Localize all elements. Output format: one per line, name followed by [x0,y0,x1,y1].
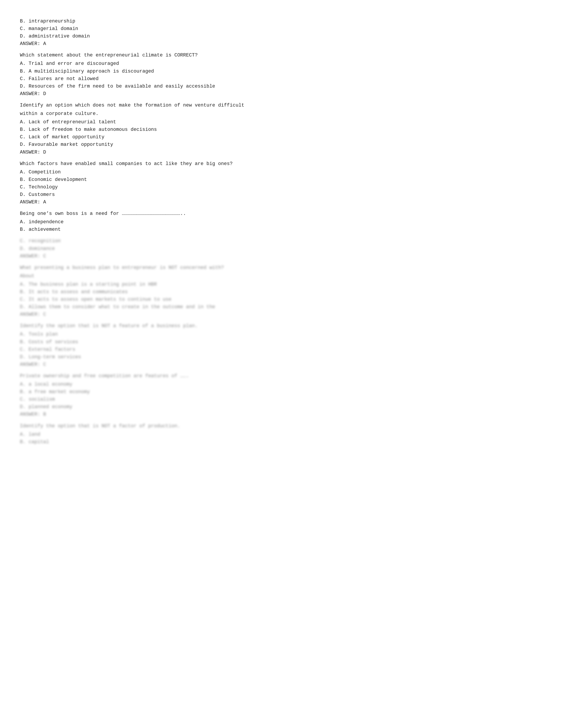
question-text-cont: About [20,272,543,280]
section-blurred-3: Identify the option that is NOT a featur… [20,322,543,368]
option-c: C. socialism [20,396,543,403]
page-content: B. intrapreneurship C. managerial domain… [20,18,543,446]
option-d: D. Long-term services [20,353,543,361]
option-a: A. Lack of entrepreneurial talent [20,118,543,126]
option-d: D. administrative domain [20,33,543,40]
option-c: C. Failures are not allowed [20,75,543,83]
option-d: D. dominance [20,245,543,253]
option-c: C. External factors [20,346,543,353]
question-text-cont: within a corporate culture. [20,110,543,118]
option-a: A. Trial and error are discouraged [20,60,543,68]
option-b: B. achievement [20,226,543,233]
option-b: B. a free market economy [20,388,543,396]
option-d: D. Favourable market opportunity [20,141,543,148]
question-text: Identify the option that is NOT a featur… [20,322,543,330]
option-b: B. Economic development [20,176,543,184]
option-c: C. recognition [20,237,543,245]
option-b: B. Costs of services [20,338,543,346]
section-blurred-1: C. recognition D. dominance ANSWER: C [20,237,543,260]
answer: ANSWER: A [20,40,543,48]
question-text: Which factors have enabled small compani… [20,160,543,168]
option-a: A. Competition [20,169,543,176]
question-text: What presenting a business plan to entre… [20,264,543,272]
question-text: Which statement about the entrepreneuria… [20,52,543,59]
option-d: D. Customers [20,191,543,199]
section-blurred-5: Identify the option that is NOT a factor… [20,422,543,446]
option-d: D. Resources of the firm need to be avai… [20,83,543,90]
answer: ANSWER: D [20,90,543,98]
question-text: Being one’s own boss is a need for ……………… [20,210,543,218]
option-b: B. Lack of freedom to make autonomous de… [20,126,543,133]
answer: ANSWER: B [20,411,543,418]
option-a: A. a local economy [20,381,543,388]
answer: ANSWER: C [20,311,543,318]
option-b: B. intrapreneurship [20,18,543,25]
option-c: C. Technology [20,184,543,191]
question-text: Private ownership and free competition a… [20,372,543,380]
question-text: Identify an option which does not make t… [20,102,543,109]
option-c: C. Lack of market opportunity [20,133,543,141]
option-b: B. capital [20,438,543,446]
option-b: B. A multidisciplinary approach is disco… [20,68,543,75]
section-blurred-2: What presenting a business plan to entre… [20,264,543,319]
option-c: C. It acts to assess open markets to con… [20,296,543,303]
answer: ANSWER: A [20,199,543,206]
section-intrapreneurship: B. intrapreneurship C. managerial domain… [20,18,543,48]
section-blurred-4: Private ownership and free competition a… [20,372,543,418]
option-a: A. The business plan is a starting point… [20,281,543,288]
section-venture-formation: Identify an option which does not make t… [20,102,543,156]
section-small-companies: Which factors have enabled small compani… [20,160,543,206]
section-own-boss: Being one’s own boss is a need for ……………… [20,210,543,233]
section-entrepreneurial-climate: Which statement about the entrepreneuria… [20,52,543,98]
option-a: A. land [20,431,543,438]
option-a: A. independence [20,218,543,226]
option-d: D. Allows them to consider what to creat… [20,303,543,311]
option-a: A. Tools plan [20,331,543,338]
answer: ANSWER: C [20,253,543,260]
option-b: B. It acts to assess and communicates [20,288,543,296]
option-d: D. planned economy [20,403,543,411]
option-c: C. managerial domain [20,25,543,33]
answer: ANSWER: C [20,361,543,368]
question-text: Identify the option that is NOT a factor… [20,422,543,430]
answer: ANSWER: D [20,149,543,156]
